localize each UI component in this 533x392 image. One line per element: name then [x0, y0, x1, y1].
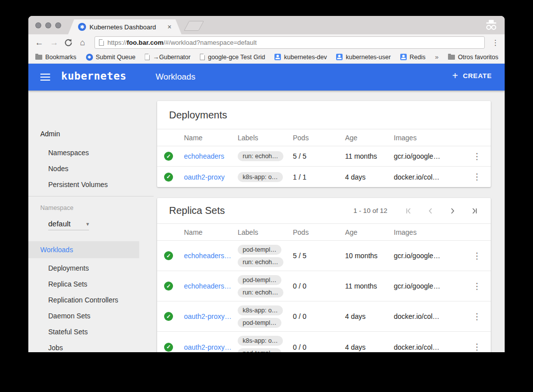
- pods-cell: 5 / 5: [293, 252, 345, 260]
- minimize-window-button[interactable]: [45, 22, 51, 28]
- deployment-link[interactable]: echoheaders: [184, 152, 238, 160]
- first-page-icon[interactable]: [404, 206, 413, 215]
- url-text: https://foo.bar.com/#/workload?namespace…: [107, 39, 257, 46]
- column-header-images: Images: [394, 134, 467, 142]
- bookmark-submit-queue[interactable]: ✱Submit Queue: [86, 54, 136, 61]
- table-row: ✓ oauth2-proxy k8s-app: o… 1 / 1 4 days …: [157, 167, 491, 187]
- sidebar-item-jobs[interactable]: Jobs: [28, 340, 154, 352]
- bookmark-otros-favoritos-folder[interactable]: Otros favoritos: [448, 54, 498, 61]
- bookmark-kubernetes-user[interactable]: kubernetes-user: [336, 54, 390, 61]
- replica-set-link[interactable]: oauth2-proxy…: [184, 312, 238, 320]
- incognito-icon: [485, 20, 498, 31]
- namespace-select[interactable]: default ▾: [48, 217, 89, 230]
- bookmark-test-grid[interactable]: google-gce Test Grid: [200, 54, 265, 61]
- row-menu-icon[interactable]: ⋮: [467, 311, 487, 322]
- page-icon: [200, 54, 205, 60]
- sidebar-item-namespaces[interactable]: Namespaces: [28, 145, 154, 161]
- bookmark-redis[interactable]: Redis: [400, 54, 426, 61]
- previous-page-icon[interactable]: [426, 206, 435, 215]
- last-page-icon[interactable]: [470, 206, 479, 215]
- browser-tab[interactable]: ✱ Kubernetes Dashboard ×: [68, 19, 181, 34]
- folder-icon: [35, 55, 42, 60]
- close-window-button[interactable]: [35, 22, 41, 28]
- label-chip: k8s-app: o…: [238, 172, 283, 182]
- replica-sets-table-header: Name Labels Pods Age Images: [157, 224, 491, 241]
- pagination-range: 1 - 10 of 12: [354, 207, 387, 214]
- replica-set-link[interactable]: echoheaders…: [184, 252, 238, 260]
- sidebar-item-deployments[interactable]: Deployments: [28, 260, 154, 276]
- status-ok-icon: ✓: [164, 312, 173, 321]
- pods-cell: 5 / 5: [293, 152, 345, 160]
- hamburger-menu-icon[interactable]: [40, 74, 50, 83]
- images-cell: docker.io/col…: [394, 312, 467, 320]
- reload-icon[interactable]: [64, 38, 73, 47]
- deployment-link[interactable]: oauth2-proxy: [184, 173, 238, 181]
- deployments-table-header: Name Labels Pods Age Images: [157, 129, 491, 146]
- row-menu-icon[interactable]: ⋮: [467, 251, 487, 261]
- next-page-icon[interactable]: [448, 206, 457, 215]
- sidebar-item-replica-sets[interactable]: Replica Sets: [28, 276, 154, 292]
- status-ok-icon: ✓: [164, 282, 173, 291]
- replica-set-link[interactable]: oauth2-proxy…: [184, 343, 238, 351]
- age-cell: 4 days: [345, 312, 394, 320]
- zoom-window-button[interactable]: [55, 22, 61, 28]
- sidebar-item-workloads[interactable]: Workloads: [28, 241, 139, 258]
- bookmark-bookmarks-folder[interactable]: Bookmarks: [35, 54, 77, 61]
- age-cell: 10 months: [345, 252, 394, 260]
- kubernetes-favicon-icon: ✱: [78, 23, 86, 31]
- row-menu-icon[interactable]: ⋮: [467, 281, 487, 292]
- sidebar-item-nodes[interactable]: Nodes: [28, 161, 154, 177]
- card-title: Deployments: [169, 109, 227, 121]
- browser-toolbar: ← → ⌂ https://foo.bar.com/#/workload?nam…: [28, 34, 505, 51]
- replica-sets-card: Replica Sets 1 - 10 of 12: [157, 198, 491, 352]
- kubernetes-icon: ✱: [86, 54, 93, 61]
- browser-window: ✱ Kubernetes Dashboard × ← → ⌂: [28, 16, 505, 352]
- page-title: Workloads: [156, 72, 195, 82]
- row-menu-icon[interactable]: ⋮: [467, 151, 487, 162]
- images-cell: gcr.io/google…: [394, 152, 467, 160]
- images-cell: docker.io/col…: [394, 173, 467, 181]
- label-chip: pod-templ…: [238, 318, 281, 328]
- status-ok-icon: ✓: [164, 152, 173, 161]
- column-header-labels: Labels: [238, 134, 293, 142]
- label-chip: k8s-app: o…: [238, 305, 283, 315]
- home-icon[interactable]: ⌂: [78, 38, 88, 48]
- new-tab-button[interactable]: [184, 21, 204, 31]
- bookmark-kubernetes-dev[interactable]: kubernetes-dev: [274, 54, 327, 61]
- kubernetes-logo[interactable]: kubernetes: [61, 70, 126, 82]
- sidebar-item-daemon-sets[interactable]: Daemon Sets: [28, 308, 154, 324]
- status-ok-icon: ✓: [164, 343, 173, 352]
- tab-title: Kubernetes Dashboard: [89, 23, 164, 31]
- row-menu-icon[interactable]: ⋮: [467, 342, 487, 352]
- dashboard-viewport: kubernetes Workloads + CREATE Admin Name…: [28, 64, 505, 352]
- label-chip: k8s-app: o…: [238, 336, 283, 346]
- status-ok-icon: ✓: [164, 173, 173, 182]
- pods-cell: 0 / 0: [293, 312, 345, 320]
- column-header-pods: Pods: [293, 134, 345, 142]
- sidebar-item-admin[interactable]: Admin: [28, 126, 154, 142]
- page-icon: [145, 54, 150, 60]
- table-row: ✓ oauth2-proxy… k8s-app: o… pod-templ… 0…: [157, 332, 491, 352]
- pagination: 1 - 10 of 12: [354, 206, 479, 215]
- sidebar: Admin Namespaces Nodes Persistent Volume…: [28, 91, 154, 352]
- replica-set-link[interactable]: echoheaders…: [184, 282, 238, 290]
- table-row: ✓ echoheaders run: echoh… 5 / 5 11 month…: [157, 146, 491, 167]
- address-bar[interactable]: https://foo.bar.com/#/workload?namespace…: [94, 36, 485, 49]
- sidebar-item-stateful-sets[interactable]: Stateful Sets: [28, 324, 154, 340]
- age-cell: 4 days: [345, 343, 394, 351]
- browser-menu-icon[interactable]: ⋮: [492, 38, 499, 47]
- forward-icon[interactable]: →: [49, 38, 59, 48]
- sidebar-item-persistent-volumes[interactable]: Persistent Volumes: [28, 177, 154, 193]
- create-button[interactable]: + CREATE: [452, 71, 492, 81]
- age-cell: 4 days: [345, 173, 394, 181]
- table-row: ✓ echoheaders… pod-templ… run: echoh… 0 …: [157, 271, 491, 301]
- bookmarks-overflow-icon[interactable]: »: [435, 53, 439, 61]
- column-header-labels: Labels: [238, 228, 293, 236]
- bookmark-gubernator[interactable]: →Gubernator: [145, 54, 190, 61]
- back-icon[interactable]: ←: [34, 38, 44, 48]
- sidebar-item-replication-controllers[interactable]: Replication Controllers: [28, 292, 154, 308]
- tab-close-icon[interactable]: ×: [168, 23, 172, 30]
- column-header-age: Age: [345, 134, 394, 142]
- bookmarks-bar: Bookmarks ✱Submit Queue →Gubernator goog…: [28, 51, 505, 64]
- row-menu-icon[interactable]: ⋮: [467, 172, 487, 182]
